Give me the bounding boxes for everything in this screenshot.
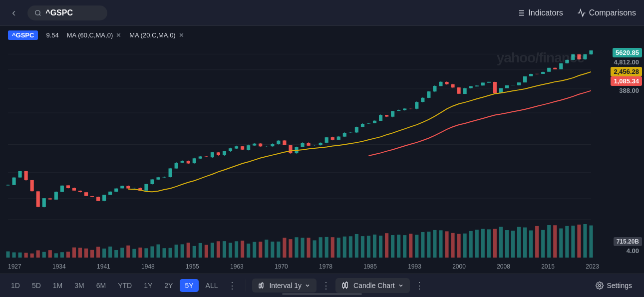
top-right-actions: Indicators Comparisons <box>516 8 636 17</box>
ma1-text: MA (60,C,MA,0) <box>67 31 113 39</box>
ticker-value: 9.54 <box>46 31 58 39</box>
timeframe-1d[interactable]: 1D <box>6 279 25 292</box>
svg-rect-14 <box>342 284 344 288</box>
price-axis: 5620.85 4,812.00 2,456.28 1,085.34 388.0… <box>599 44 644 260</box>
timeframe-dots-menu[interactable]: ⋮ <box>225 280 240 291</box>
ma2-close[interactable]: ✕ <box>179 31 184 39</box>
comparisons-icon <box>577 8 586 17</box>
comparisons-button[interactable]: Comparisons <box>577 8 636 17</box>
interval-label: Interval 1y <box>269 282 302 290</box>
x-label-1985: 1985 <box>363 263 377 270</box>
chevron-down-icon <box>305 283 311 289</box>
scrollbar-hint[interactable] <box>282 293 362 295</box>
timeframe-1m[interactable]: 1M <box>48 279 67 292</box>
search-icon <box>34 9 41 16</box>
search-box[interactable] <box>27 5 107 20</box>
x-axis: 1927193419411948195519631970197819851993… <box>0 260 644 274</box>
x-axis-labels: 1927193419411948195519631970197819851993… <box>8 263 599 270</box>
timeframe-5y[interactable]: 5Y <box>180 279 198 292</box>
ma2-label: MA (20,C,MA,0) ✕ <box>129 31 184 39</box>
timeframe-2y[interactable]: 2Y <box>159 279 178 292</box>
x-label-1941: 1941 <box>97 263 110 270</box>
price-label-yellow: 2,456.28 <box>611 67 642 76</box>
candle-small-icon <box>258 282 266 290</box>
price-label-4: 4.00 <box>624 246 642 256</box>
interval-dots-menu[interactable]: ⋮ <box>319 280 333 291</box>
bottom-toolbar: 1D 5D 1M 3M 6M YTD 1Y 2Y 5Y ALL ⋮ Interv… <box>0 274 644 297</box>
indicators-button[interactable]: Indicators <box>516 8 563 17</box>
price-1085: 1,085.34 <box>599 76 644 86</box>
price-chart[interactable] <box>0 44 599 260</box>
search-input[interactable] <box>45 8 95 17</box>
svg-rect-11 <box>262 283 263 287</box>
x-label-1963: 1963 <box>230 263 244 270</box>
svg-line-1 <box>39 14 41 15</box>
candle-chart-selector[interactable]: Candle Chart <box>335 278 410 293</box>
x-label-2000: 2000 <box>452 263 466 270</box>
gear-icon <box>596 282 604 290</box>
x-label-1955: 1955 <box>186 263 199 270</box>
x-label-1993: 1993 <box>408 263 421 270</box>
x-label-2008: 2008 <box>497 263 510 270</box>
candle-label: Candle Chart <box>353 282 395 290</box>
price-label-4812: 4,812.00 <box>611 57 642 67</box>
x-label-1948: 1948 <box>141 263 155 270</box>
interval-selector[interactable]: Interval 1y <box>252 279 317 293</box>
settings-label: Settings <box>607 282 632 290</box>
x-label-1927: 1927 <box>8 263 21 270</box>
timeframe-3m[interactable]: 3M <box>69 279 89 292</box>
timeframe-5d[interactable]: 5D <box>27 279 46 292</box>
x-label-2023: 2023 <box>586 263 599 270</box>
back-button[interactable]: ‹ <box>8 4 19 21</box>
timeframe-1y[interactable]: 1Y <box>139 279 157 292</box>
svg-point-0 <box>35 10 40 14</box>
candlestick-icon <box>341 281 350 290</box>
volume-label: 715.20B <box>614 237 642 246</box>
timeframe-6m[interactable]: 6M <box>91 279 111 292</box>
svg-point-20 <box>599 285 601 287</box>
svg-rect-17 <box>345 283 347 288</box>
timeframe-all[interactable]: ALL <box>201 279 223 292</box>
x-label-1934: 1934 <box>52 263 66 270</box>
price-4: 4.00 <box>599 246 644 256</box>
price-label-green: 5620.85 <box>613 48 642 57</box>
svg-rect-8 <box>259 284 261 288</box>
ma2-text: MA (20,C,MA,0) <box>129 31 175 39</box>
list-icon <box>516 8 525 17</box>
price-4812: 4,812.00 <box>599 57 644 67</box>
chart-labels-row: ^GSPC 9.54 MA (60,C,MA,0) ✕ MA (20,C,MA,… <box>0 26 644 44</box>
settings-button[interactable]: Settings <box>590 279 638 293</box>
top-bar: ‹ Indicators Comparisons <box>0 0 644 26</box>
comparisons-label: Comparisons <box>589 8 636 17</box>
candle-dots-menu[interactable]: ⋮ <box>412 280 427 291</box>
timeframe-ytd[interactable]: YTD <box>113 279 137 292</box>
indicators-label: Indicators <box>528 8 563 17</box>
x-label-1970: 1970 <box>275 263 288 270</box>
ma1-label: MA (60,C,MA,0) ✕ <box>67 31 121 39</box>
x-label-2015: 2015 <box>541 263 555 270</box>
price-388: 388.00 <box>599 86 644 95</box>
price-label-388: 388.00 <box>616 86 642 95</box>
chevron-down-candle-icon <box>398 283 404 289</box>
separator-1 <box>246 280 246 292</box>
price-5620: 5620.85 <box>599 48 644 57</box>
ma1-close[interactable]: ✕ <box>116 31 121 39</box>
chart-area[interactable]: yahoo/finance 5620.85 4,812.00 2,456.28 … <box>0 44 644 260</box>
volume-badge: 715.20B <box>599 237 644 246</box>
price-label-red: 1,085.34 <box>611 76 642 86</box>
ticker-badge: ^GSPC <box>8 30 38 40</box>
price-2456: 2,456.28 <box>599 67 644 76</box>
x-label-1978: 1978 <box>319 263 332 270</box>
